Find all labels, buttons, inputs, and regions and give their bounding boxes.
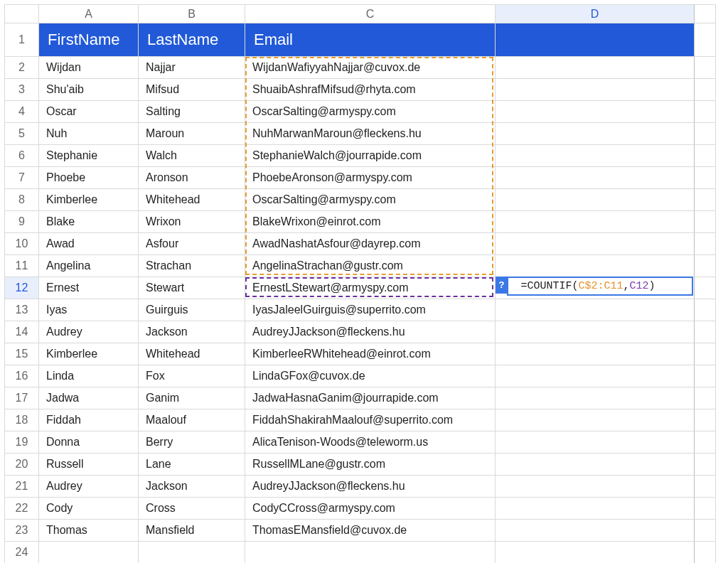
select-all-corner[interactable]: [5, 5, 39, 23]
cell-a11[interactable]: Angelina: [39, 255, 139, 277]
cell-c22[interactable]: CodyCCross@armyspy.com: [245, 498, 496, 520]
cell-blank[interactable]: [695, 167, 716, 189]
cell-d13[interactable]: [496, 299, 695, 321]
header-cell-a[interactable]: FirstName: [39, 23, 139, 57]
cell-c16[interactable]: LindaGFox@cuvox.de: [245, 365, 496, 387]
cell-d3[interactable]: [496, 79, 695, 101]
cell-blank[interactable]: [695, 520, 716, 542]
cell-blank[interactable]: [695, 255, 716, 277]
cell-b4[interactable]: Salting: [139, 101, 245, 123]
formula-help-icon[interactable]: ?: [496, 277, 508, 294]
cell-d9[interactable]: [496, 211, 695, 233]
cell-c3[interactable]: ShuaibAshrafMifsud@rhyta.com: [245, 79, 496, 101]
cell-a5[interactable]: Nuh: [39, 123, 139, 145]
cell-d18[interactable]: [496, 409, 695, 431]
cell-a9[interactable]: Blake: [39, 211, 139, 233]
cell-a8[interactable]: Kimberlee: [39, 189, 139, 211]
row-header[interactable]: 1: [5, 23, 39, 57]
cell-a21[interactable]: Audrey: [39, 476, 139, 498]
cell-a7[interactable]: Phoebe: [39, 167, 139, 189]
cell-blank[interactable]: [695, 101, 716, 123]
cell-d15[interactable]: [496, 343, 695, 365]
cell-b2[interactable]: Najjar: [139, 57, 245, 79]
cell-d20[interactable]: [496, 454, 695, 476]
cell-c9[interactable]: BlakeWrixon@einrot.com: [245, 211, 496, 233]
row-header[interactable]: 19: [5, 431, 39, 454]
cell-b16[interactable]: Fox: [139, 365, 245, 387]
row-header[interactable]: 20: [5, 454, 39, 476]
cell-blank[interactable]: [695, 542, 716, 564]
column-header-d[interactable]: D: [496, 5, 695, 23]
cell-blank[interactable]: [695, 387, 716, 409]
cell-a19[interactable]: Donna: [39, 431, 139, 454]
formula-editor[interactable]: ? =COUNTIF(C$2:C11,C12): [507, 277, 693, 296]
cell-d4[interactable]: [496, 101, 695, 123]
cell-blank[interactable]: [695, 431, 716, 454]
cell-a13[interactable]: Iyas: [39, 299, 139, 321]
cell-b7[interactable]: Aronson: [139, 167, 245, 189]
cell-c24[interactable]: [245, 542, 496, 564]
cell-b22[interactable]: Cross: [139, 498, 245, 520]
cell-b3[interactable]: Mifsud: [139, 79, 245, 101]
cell-b19[interactable]: Berry: [139, 431, 245, 454]
cell-blank[interactable]: [695, 23, 716, 57]
cell-d2[interactable]: [496, 57, 695, 79]
cell-d14[interactable]: [496, 321, 695, 343]
cell-a4[interactable]: Oscar: [39, 101, 139, 123]
cell-blank[interactable]: [695, 409, 716, 431]
row-header[interactable]: 18: [5, 409, 39, 431]
row-header[interactable]: 7: [5, 167, 39, 189]
cell-b11[interactable]: Strachan: [139, 255, 245, 277]
row-header[interactable]: 14: [5, 321, 39, 343]
cell-b6[interactable]: Walch: [139, 145, 245, 167]
cell-blank[interactable]: [695, 454, 716, 476]
row-header[interactable]: 17: [5, 387, 39, 409]
cell-a18[interactable]: Fiddah: [39, 409, 139, 431]
cell-blank[interactable]: [695, 299, 716, 321]
cell-blank[interactable]: [695, 343, 716, 365]
row-header[interactable]: 6: [5, 145, 39, 167]
cell-b18[interactable]: Maalouf: [139, 409, 245, 431]
row-header[interactable]: 5: [5, 123, 39, 145]
cell-d6[interactable]: [496, 145, 695, 167]
cell-c17[interactable]: JadwaHasnaGanim@jourrapide.com: [245, 387, 496, 409]
cell-d7[interactable]: [496, 167, 695, 189]
cell-blank[interactable]: [695, 498, 716, 520]
cell-b14[interactable]: Jackson: [139, 321, 245, 343]
cell-blank[interactable]: [695, 145, 716, 167]
cell-a17[interactable]: Jadwa: [39, 387, 139, 409]
row-header[interactable]: 16: [5, 365, 39, 387]
cell-b9[interactable]: Wrixon: [139, 211, 245, 233]
cell-blank[interactable]: [695, 476, 716, 498]
cell-d1[interactable]: [496, 23, 695, 57]
cell-a14[interactable]: Audrey: [39, 321, 139, 343]
cell-d17[interactable]: [496, 387, 695, 409]
cell-c23[interactable]: ThomasEMansfield@cuvox.de: [245, 520, 496, 542]
cell-c12[interactable]: ErnestLStewart@armyspy.com: [245, 277, 496, 299]
cell-c15[interactable]: KimberleeRWhitehead@einrot.com: [245, 343, 496, 365]
cell-b17[interactable]: Ganim: [139, 387, 245, 409]
cell-d5[interactable]: [496, 123, 695, 145]
spreadsheet[interactable]: A B C D 1FirstNameLastNameEmail2WijdanNa…: [0, 0, 728, 563]
row-header[interactable]: 23: [5, 520, 39, 542]
cell-blank[interactable]: [695, 79, 716, 101]
cell-blank[interactable]: [695, 233, 716, 255]
cell-d22[interactable]: [496, 498, 695, 520]
cell-d16[interactable]: [496, 365, 695, 387]
header-cell-b[interactable]: LastName: [139, 23, 245, 57]
row-header[interactable]: 15: [5, 343, 39, 365]
cell-a10[interactable]: Awad: [39, 233, 139, 255]
cell-c8[interactable]: OscarSalting@armyspy.com: [245, 189, 496, 211]
row-header[interactable]: 11: [5, 255, 39, 277]
cell-b15[interactable]: Whitehead: [139, 343, 245, 365]
cell-c20[interactable]: RussellMLane@gustr.com: [245, 454, 496, 476]
cell-a12[interactable]: Ernest: [39, 277, 139, 299]
cell-blank[interactable]: [695, 57, 716, 79]
row-header[interactable]: 21: [5, 476, 39, 498]
cell-b21[interactable]: Jackson: [139, 476, 245, 498]
row-header[interactable]: 24: [5, 542, 39, 564]
cell-c2[interactable]: WijdanWafiyyahNajjar@cuvox.de: [245, 57, 496, 79]
cell-blank[interactable]: [695, 189, 716, 211]
row-header[interactable]: 4: [5, 101, 39, 123]
column-header-extra[interactable]: [695, 5, 716, 23]
